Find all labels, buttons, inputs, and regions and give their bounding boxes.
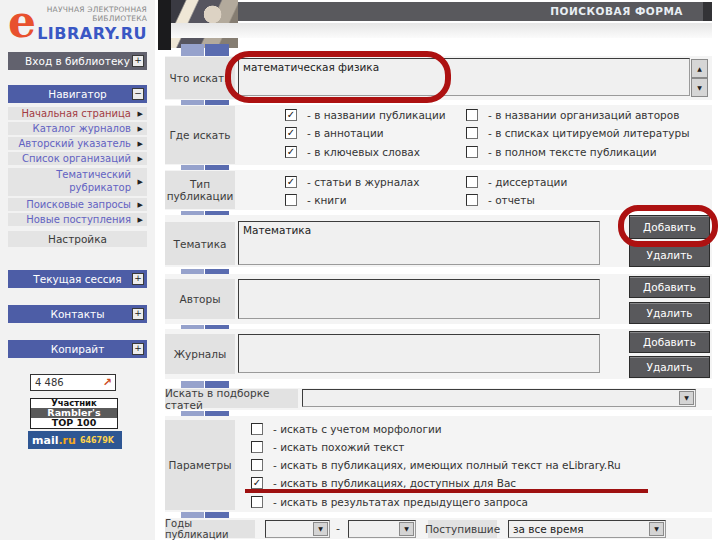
years-label: Годы публикации <box>165 520 255 538</box>
checkbox-unchecked[interactable] <box>285 194 297 206</box>
where-option-fulltext: - в полном тексте публикации <box>466 146 656 158</box>
expand-plus-icon[interactable]: + <box>132 343 144 355</box>
journals-add-button[interactable]: Добавить <box>629 331 710 353</box>
checkbox-unchecked[interactable] <box>466 127 478 139</box>
checkbox-checked[interactable]: ✓ <box>285 176 297 188</box>
sidebar: e НАУЧНАЯ ЭЛЕКТРОННАЯБИБЛИОТЕКА LIBRARY.… <box>0 0 155 540</box>
authors-label: Авторы <box>165 279 235 319</box>
arrow-right-icon: ▶ <box>138 122 143 135</box>
pubtype-option-reports: - отчеты <box>466 194 535 206</box>
elibrary-logo[interactable]: e НАУЧНАЯ ЭЛЕКТРОННАЯБИБЛИОТЕКА LIBRARY.… <box>6 2 151 48</box>
sidebar-item-search-queries[interactable]: Поисковые запросы ▶ <box>8 198 147 211</box>
where-label: Где искать <box>165 106 235 164</box>
subject-input[interactable]: Математика <box>238 221 600 265</box>
journals-label: Журналы <box>165 334 235 374</box>
where-option-org-names: - в названии организаций авторов <box>466 109 679 121</box>
logo-e-icon: e <box>8 0 36 47</box>
param-option-similar-text: - искать похожий текст <box>251 441 404 453</box>
sidebar-item-author-index[interactable]: Авторский указатель ▶ <box>8 137 147 150</box>
navigator-label: Навигатор <box>48 88 107 100</box>
journals-input[interactable] <box>238 334 600 373</box>
authors-remove-button[interactable]: Удалить <box>629 302 710 324</box>
param-option-morphology: - искать с учетом морфологии <box>251 423 442 435</box>
journals-remove-button[interactable]: Удалить <box>629 356 710 378</box>
year-from-dropdown[interactable]: ▼ <box>265 520 330 538</box>
expand-plus-icon[interactable]: + <box>132 273 144 285</box>
sidebar-item-settings[interactable]: Настройка <box>8 231 147 247</box>
pubtype-option-articles: ✓ - статьи в журналах <box>285 176 419 188</box>
sidebar-section-contacts[interactable]: Контакты + <box>8 305 147 323</box>
scroll-up-button[interactable]: ▲ <box>691 59 708 78</box>
authors-add-button[interactable]: Добавить <box>629 276 710 298</box>
year-to-dropdown[interactable]: ▼ <box>348 520 416 538</box>
authors-input[interactable] <box>238 279 600 319</box>
expand-plus-icon[interactable]: + <box>132 55 144 67</box>
checkbox-unchecked[interactable] <box>466 176 478 188</box>
pubtype-option-dissertations: - диссертации <box>466 176 567 188</box>
param-option-previous-query: - искать в результатах предыдущего запро… <box>251 496 528 508</box>
subject-add-button[interactable]: Добавить <box>629 215 710 239</box>
sidebar-item-organizations[interactable]: Список организаций ▶ <box>8 152 147 165</box>
sidebar-item-home[interactable]: Начальная страница ▶ <box>8 107 147 120</box>
copyright-label: Копирайт <box>51 343 105 355</box>
checkbox-unchecked[interactable] <box>466 109 478 121</box>
pubtype-option-books: - книги <box>285 194 347 206</box>
received-dropdown[interactable]: за все время ▼ <box>508 520 666 538</box>
years-separator: - <box>336 522 340 535</box>
checkbox-checked[interactable]: ✓ <box>251 477 263 489</box>
mailru-counter-badge[interactable]: mail .ru 64679K <box>28 431 122 449</box>
sidebar-section-login[interactable]: Вход в библиотеку + <box>8 52 147 70</box>
collection-label: Искать в подборке статей <box>165 389 298 408</box>
subject-label: Тематика <box>165 222 235 265</box>
sidebar-section-navigator[interactable]: Навигатор − <box>8 85 147 103</box>
scroll-down-button[interactable]: ▼ <box>691 78 708 97</box>
checkbox-checked[interactable]: ✓ <box>285 146 297 158</box>
visitor-counter-badge[interactable]: 4 486 ↗ <box>30 374 116 391</box>
checkbox-unchecked[interactable] <box>466 194 478 206</box>
checkbox-unchecked[interactable] <box>466 146 478 158</box>
sidebar-section-session[interactable]: Текущая сессия + <box>8 270 147 288</box>
where-option-title: ✓ - в названии публикации <box>285 109 446 121</box>
search-form-page: e НАУЧНАЯ ЭЛЕКТРОННАЯБИБЛИОТЕКА LIBRARY.… <box>0 0 720 540</box>
checkbox-unchecked[interactable] <box>251 441 263 453</box>
row-pubtype <box>165 170 712 210</box>
sidebar-section-copyright[interactable]: Копирайт + <box>8 340 147 358</box>
checkbox-checked[interactable]: ✓ <box>285 127 297 139</box>
where-option-keywords: ✓ - в ключевых словах <box>285 146 420 158</box>
page-title: ПОИСКОВАЯ ФОРМА <box>238 2 712 21</box>
rambler-top100-badge[interactable]: Участник Rambler's TOP 100 <box>30 398 118 429</box>
received-label: Поступившие <box>428 520 497 538</box>
arrow-right-icon: ▶ <box>138 176 143 189</box>
collection-dropdown[interactable]: ▼ <box>302 389 696 407</box>
login-label: Вход в библиотеку <box>25 55 130 67</box>
dropdown-arrow-icon[interactable]: ▼ <box>313 522 328 536</box>
arrow-right-icon: ▶ <box>138 213 143 226</box>
arrow-right-icon: ▶ <box>138 198 143 211</box>
subject-remove-button[interactable]: Удалить <box>629 243 710 267</box>
row-separator <box>181 44 229 56</box>
sidebar-item-journal-catalog[interactable]: Каталог журналов ▶ <box>8 122 147 135</box>
param-option-fulltext-elibrary: - искать в публикациях, имеющих полный т… <box>251 459 621 471</box>
dropdown-arrow-icon[interactable]: ▼ <box>399 522 414 536</box>
contacts-label: Контакты <box>50 308 104 320</box>
params-label: Параметры <box>165 420 235 510</box>
arrow-right-icon: ▶ <box>138 107 143 120</box>
checkbox-unchecked[interactable] <box>251 459 263 471</box>
dropdown-arrow-icon[interactable]: ▼ <box>649 522 664 536</box>
where-option-cited-lists: - в списках цитируемой литературы <box>466 127 689 139</box>
checkbox-unchecked[interactable] <box>251 496 263 508</box>
collapse-minus-icon[interactable]: − <box>132 88 144 100</box>
where-option-abstract: ✓ - в аннотации <box>285 127 384 139</box>
logo-tagline: НАУЧНАЯ ЭЛЕКТРОННАЯБИБЛИОТЕКА <box>47 5 147 23</box>
header-gradient-strip <box>171 23 712 38</box>
arrow-right-icon: ▶ <box>138 152 143 165</box>
dropdown-arrow-icon[interactable]: ▼ <box>679 391 694 405</box>
counter-arrow-icon: ↗ <box>103 375 112 390</box>
checkbox-checked[interactable]: ✓ <box>285 109 297 121</box>
logo-name: LIBRARY.RU <box>37 24 147 43</box>
sidebar-item-new-arrivals[interactable]: Новые поступления ▶ <box>8 213 147 226</box>
expand-plus-icon[interactable]: + <box>132 308 144 320</box>
what-input[interactable]: математическая физика <box>238 58 690 96</box>
sidebar-item-subject-rubricator[interactable]: Тематический рубрикатор ▶ <box>8 168 147 196</box>
checkbox-unchecked[interactable] <box>251 423 263 435</box>
